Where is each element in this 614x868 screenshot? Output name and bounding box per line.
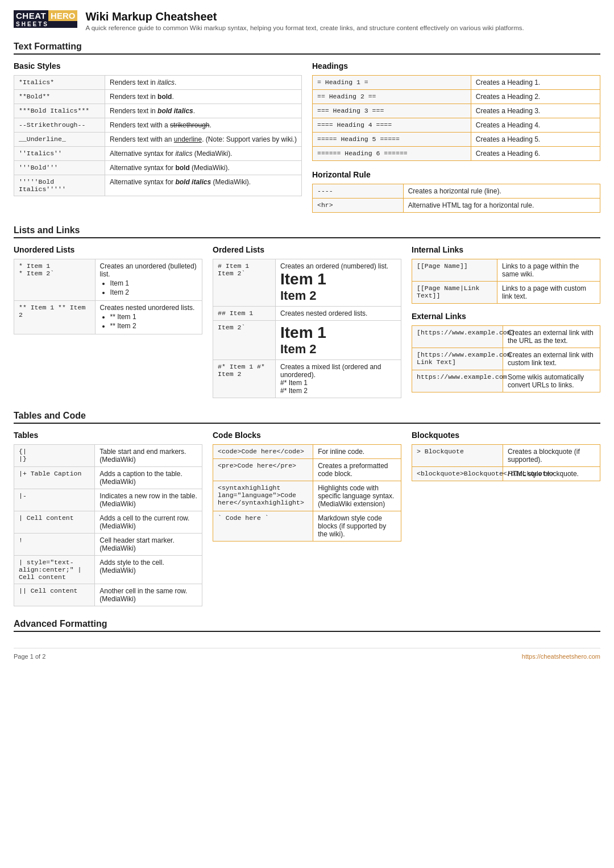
external-links-table: [https://www.example.com] Creates an ext… bbox=[412, 325, 600, 392]
table-row: '''''Bold Italics''''' Alternative synta… bbox=[14, 175, 302, 196]
logo-cheat: CHEAT bbox=[14, 10, 48, 21]
code-cell: {||} bbox=[14, 445, 95, 467]
desc-cell: Alternative HTML tag for a horizontal ru… bbox=[403, 199, 600, 213]
desc-cell: Creates a horizontal rule (line). bbox=[403, 184, 600, 199]
internal-links-title: Internal Links bbox=[412, 245, 600, 254]
desc-cell: Creates an external link with the URL as… bbox=[503, 326, 600, 348]
code-cell: |+ Table Caption bbox=[14, 467, 95, 489]
horizontal-rule-table: ---- Creates a horizontal rule (line). <… bbox=[312, 184, 600, 213]
code-blocks-subsection: Code Blocks <code>Code here</code> For i… bbox=[213, 431, 401, 606]
code-cell: == Heading 2 == bbox=[313, 90, 471, 104]
desc-cell: Renders text in bold. bbox=[105, 90, 302, 104]
table-row: https://www.example.com Some wikis autom… bbox=[412, 370, 600, 392]
desc-cell: Table start and end markers. (MediaWiki) bbox=[95, 445, 202, 467]
header-text: Wiki Markup Cheatsheet A quick reference… bbox=[85, 10, 524, 31]
code-cell: <pre>Code here</pre> bbox=[213, 459, 313, 481]
text-formatting-grid: Basic Styles *Italics* Renders text in i… bbox=[14, 61, 600, 213]
external-links-title: External Links bbox=[412, 312, 600, 321]
section-advanced: Advanced Formatting bbox=[14, 619, 600, 632]
desc-cell: Creates a blockquote (if supported). bbox=[503, 445, 600, 467]
desc-cell: Adds a cell to the current row. (MediaWi… bbox=[95, 511, 202, 534]
unordered-lists-title: Unordered Lists bbox=[14, 245, 202, 254]
desc-cell: Cell header start marker. (MediaWiki) bbox=[95, 534, 202, 556]
table-row: * Item 1* Item 2` Creates an unordered (… bbox=[14, 259, 202, 301]
page-subtitle: A quick reference guide to common Wiki m… bbox=[85, 24, 524, 31]
desc-cell: Renders text in bold italics. bbox=[105, 104, 302, 118]
code-cell: '''Bold''' bbox=[14, 161, 105, 175]
desc-cell: Creates nested ordered lists. bbox=[276, 307, 401, 321]
desc-cell: Creates an unordered (bulleted) list. It… bbox=[95, 259, 202, 301]
code-cell: = Heading 1 = bbox=[313, 76, 471, 90]
table-row: [https://www.example.com] Creates an ext… bbox=[412, 326, 600, 348]
headings-title: Headings bbox=[312, 61, 600, 71]
code-cell: > Blockquote bbox=[412, 445, 503, 467]
unordered-lists: Unordered Lists * Item 1* Item 2` Create… bbox=[14, 245, 202, 398]
table-row: |+ Table Caption Adds a caption to the t… bbox=[14, 467, 202, 489]
page-header: CHEAT HERO SHEETS Wiki Markup Cheatsheet… bbox=[14, 10, 600, 31]
desc-cell: Creates a Heading 5. bbox=[471, 133, 600, 147]
code-cell: Item 2` bbox=[213, 321, 276, 360]
table-row: # Item 1Item 2` Creates an ordered (numb… bbox=[213, 259, 401, 307]
lists-links-grid: Unordered Lists * Item 1* Item 2` Create… bbox=[14, 245, 600, 398]
code-cell: #* Item 1 #*Item 2 bbox=[213, 360, 276, 398]
code-cell: ''Italics'' bbox=[14, 147, 105, 161]
code-cell: | Cell content bbox=[14, 511, 95, 534]
page-footer: Page 1 of 2 https://cheatsheetshero.com bbox=[14, 648, 600, 660]
blockquotes-table: > Blockquote Creates a blockquote (if su… bbox=[412, 444, 600, 481]
table-row: Item 2` Item 1 Item 2 bbox=[213, 321, 401, 360]
code-cell: <code>Code here</code> bbox=[213, 445, 313, 459]
desc-cell: Item 1 Item 2 bbox=[276, 321, 401, 360]
footer-link[interactable]: https://cheatsheetshero.com bbox=[522, 653, 600, 660]
desc-cell: Renders text in italics. bbox=[105, 76, 302, 90]
table-row: == Heading 2 == Creates a Heading 2. bbox=[313, 90, 600, 104]
code-cell: *Italics* bbox=[14, 76, 105, 90]
code-cell: ` Code here ` bbox=[213, 511, 313, 542]
code-cell: [https://www.example.com Link Text] bbox=[412, 348, 503, 370]
table-row: ` Code here ` Markdown style code blocks… bbox=[213, 511, 401, 542]
table-row: ''Italics'' Alternative syntax for itali… bbox=[14, 147, 302, 161]
code-cell: ## Item 1 bbox=[213, 307, 276, 321]
blockquotes-title: Blockquotes bbox=[412, 431, 600, 440]
headings-section: Headings = Heading 1 = Creates a Heading… bbox=[312, 61, 600, 213]
ordered-lists: Ordered Lists # Item 1Item 2` Creates an… bbox=[213, 245, 401, 398]
desc-cell: Another cell in the same row. (MediaWiki… bbox=[95, 584, 202, 606]
code-cell: [https://www.example.com] bbox=[412, 326, 503, 348]
table-row: <pre>Code here</pre> Creates a preformat… bbox=[213, 459, 401, 481]
basic-styles-title: Basic Styles bbox=[14, 61, 302, 71]
code-cell: # Item 1Item 2` bbox=[213, 259, 276, 307]
desc-cell: Adds a caption to the table. (MediaWiki) bbox=[95, 467, 202, 489]
code-cell: || Cell content bbox=[14, 584, 95, 606]
section-lists-links: Lists and Links bbox=[14, 225, 600, 238]
table-row: | style="text-align:center;" | Cell cont… bbox=[14, 556, 202, 584]
code-cell: ===== Heading 5 ===== bbox=[313, 133, 471, 147]
desc-cell: Creates an ordered (numbered) list. Item… bbox=[276, 259, 401, 307]
code-cell: |- bbox=[14, 489, 95, 511]
table-row: **Bold** Renders text in bold. bbox=[14, 90, 302, 104]
table-row: || Cell content Another cell in the same… bbox=[14, 584, 202, 606]
code-cell: --Strikethrough-- bbox=[14, 118, 105, 133]
table-row: {||} Table start and end markers. (Media… bbox=[14, 445, 202, 467]
table-row: ====== Heading 6 ====== Creates a Headin… bbox=[313, 147, 600, 161]
code-cell: ---- bbox=[313, 184, 404, 199]
desc-cell: Some wikis automatically convert URLs to… bbox=[503, 370, 600, 392]
table-row: ---- Creates a horizontal rule (line). bbox=[313, 184, 600, 199]
code-cell: ====== Heading 6 ====== bbox=[313, 147, 471, 161]
code-cell: * Item 1* Item 2` bbox=[14, 259, 96, 301]
desc-cell: Creates a preformatted code block. bbox=[313, 459, 401, 481]
tables-code-grid: Tables {||} Table start and end markers.… bbox=[14, 431, 600, 606]
code-cell: === Heading 3 === bbox=[313, 104, 471, 118]
desc-cell: Highlights code with specific language s… bbox=[313, 481, 401, 511]
table-row: '''Bold''' Alternative syntax for bold (… bbox=[14, 161, 302, 175]
logo: CHEAT HERO SHEETS bbox=[14, 10, 77, 28]
code-cell: [[Page Name|Link Text]] bbox=[412, 282, 497, 304]
desc-cell: Links to a page with custom link text. bbox=[497, 282, 600, 304]
table-row: *Italics* Renders text in italics. bbox=[14, 76, 302, 90]
table-row: __Underline_ Renders text with an underl… bbox=[14, 133, 302, 147]
logo-hero: HERO bbox=[48, 10, 77, 21]
code-cell: **Bold** bbox=[14, 90, 105, 104]
desc-cell: Alternative syntax for bold (MediaWiki). bbox=[105, 161, 302, 175]
table-row: <syntaxhighlight lang="language">Code he… bbox=[213, 481, 401, 511]
tables-title: Tables bbox=[14, 431, 202, 440]
tables-subsection: Tables {||} Table start and end markers.… bbox=[14, 431, 202, 606]
table-row: <code>Code here</code> For inline code. bbox=[213, 445, 401, 459]
